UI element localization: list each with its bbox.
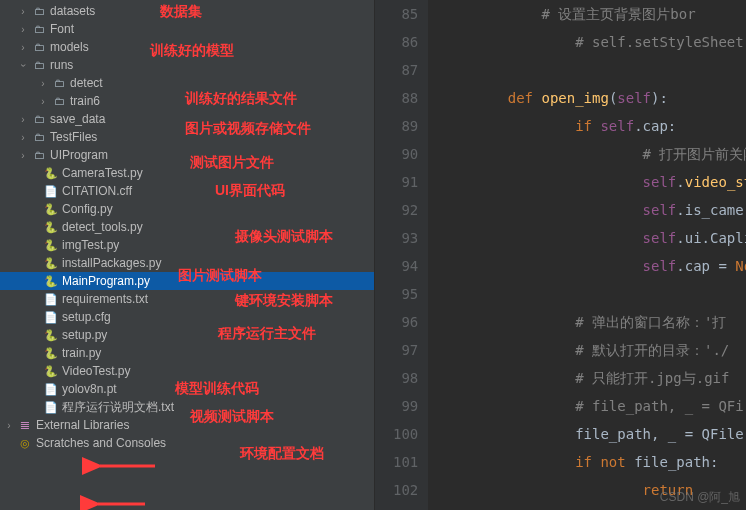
- tree-label: datasets: [50, 4, 95, 18]
- tree-label: detect: [70, 76, 103, 90]
- tree-item-requirements[interactable]: 📄requirements.txt: [0, 290, 374, 308]
- project-tree-panel[interactable]: ›🗀datasets ›🗀Font ›🗀models ›🗀runs ›🗀dete…: [0, 0, 375, 510]
- tree-item-external-libraries[interactable]: ›𝌆External Libraries: [0, 416, 374, 434]
- tree-label: 程序运行说明文档.txt: [62, 399, 174, 416]
- folder-icon: 🗀: [31, 57, 47, 73]
- project-tree: ›🗀datasets ›🗀Font ›🗀models ›🗀runs ›🗀dete…: [0, 0, 374, 454]
- tree-item-setuppy[interactable]: 🐍setup.py: [0, 326, 374, 344]
- python-file-icon: 🐍: [43, 237, 59, 253]
- python-file-icon: 🐍: [43, 219, 59, 235]
- tree-label: train.py: [62, 346, 101, 360]
- tree-item-scratches[interactable]: ◎Scratches and Consoles: [0, 434, 374, 452]
- libraries-icon: 𝌆: [17, 417, 33, 433]
- python-file-icon: 🐍: [43, 345, 59, 361]
- code-editor[interactable]: 85 86 87 88 89 90 91 92 93 94 95 96 97 9…: [375, 0, 746, 510]
- tree-label: imgTest.py: [62, 238, 119, 252]
- tree-item-installpkgs[interactable]: 🐍installPackages.py: [0, 254, 374, 272]
- folder-icon: 🗀: [31, 147, 47, 163]
- config-file-icon: 📄: [43, 309, 59, 325]
- folder-icon: 🗀: [51, 93, 67, 109]
- folder-icon: 🗀: [51, 75, 67, 91]
- tree-item-citation[interactable]: 📄CITATION.cff: [0, 182, 374, 200]
- tree-label: detect_tools.py: [62, 220, 143, 234]
- tree-item-detect[interactable]: ›🗀detect: [0, 74, 374, 92]
- python-file-icon: 🐍: [43, 201, 59, 217]
- folder-icon: 🗀: [31, 3, 47, 19]
- code-area[interactable]: # 设置主页背景图片bor # self.setStyleSheet def o…: [428, 0, 746, 510]
- tree-item-testfiles[interactable]: ›🗀TestFiles: [0, 128, 374, 146]
- file-icon: 📄: [43, 183, 59, 199]
- tree-item-models[interactable]: ›🗀models: [0, 38, 374, 56]
- watermark: CSDN @阿_旭: [660, 489, 740, 506]
- folder-icon: 🗀: [31, 129, 47, 145]
- file-icon: 📄: [43, 381, 59, 397]
- tree-label: save_data: [50, 112, 105, 126]
- tree-item-videotest[interactable]: 🐍VideoTest.py: [0, 362, 374, 380]
- tree-item-cameratest[interactable]: 🐍CameraTest.py: [0, 164, 374, 182]
- python-file-icon: 🐍: [43, 327, 59, 343]
- tree-item-train6[interactable]: ›🗀train6: [0, 92, 374, 110]
- tree-label: train6: [70, 94, 100, 108]
- tree-item-uiprogram[interactable]: ›🗀UIProgram: [0, 146, 374, 164]
- tree-label: runs: [50, 58, 73, 72]
- tree-label: Scratches and Consoles: [36, 436, 166, 450]
- tree-label: UIProgram: [50, 148, 108, 162]
- tree-item-train[interactable]: 🐍train.py: [0, 344, 374, 362]
- tree-item-runs[interactable]: ›🗀runs: [0, 56, 374, 74]
- python-file-icon: 🐍: [43, 273, 59, 289]
- tree-item-readme[interactable]: 📄程序运行说明文档.txt: [0, 398, 374, 416]
- tree-item-detecttools[interactable]: 🐍detect_tools.py: [0, 218, 374, 236]
- tree-label: CITATION.cff: [62, 184, 132, 198]
- folder-icon: 🗀: [31, 111, 47, 127]
- tree-item-mainprogram[interactable]: 🐍MainProgram.py: [0, 272, 374, 290]
- tree-label: VideoTest.py: [62, 364, 131, 378]
- tree-item-datasets[interactable]: ›🗀datasets: [0, 2, 374, 20]
- tree-item-font[interactable]: ›🗀Font: [0, 20, 374, 38]
- tree-label: MainProgram.py: [62, 274, 150, 288]
- tree-label: External Libraries: [36, 418, 129, 432]
- tree-item-config[interactable]: 🐍Config.py: [0, 200, 374, 218]
- python-file-icon: 🐍: [43, 165, 59, 181]
- line-gutter: 85 86 87 88 89 90 91 92 93 94 95 96 97 9…: [375, 0, 428, 510]
- tree-label: Font: [50, 22, 74, 36]
- tree-label: Config.py: [62, 202, 113, 216]
- tree-label: setup.cfg: [62, 310, 111, 324]
- tree-item-imgtest[interactable]: 🐍imgTest.py: [0, 236, 374, 254]
- tree-label: setup.py: [62, 328, 107, 342]
- tree-label: installPackages.py: [62, 256, 161, 270]
- python-file-icon: 🐍: [43, 255, 59, 271]
- text-file-icon: 📄: [43, 291, 59, 307]
- text-file-icon: 📄: [43, 399, 59, 415]
- tree-label: CameraTest.py: [62, 166, 143, 180]
- tree-label: models: [50, 40, 89, 54]
- tree-label: TestFiles: [50, 130, 97, 144]
- tree-label: requirements.txt: [62, 292, 148, 306]
- folder-icon: 🗀: [31, 21, 47, 37]
- tree-label: yolov8n.pt: [62, 382, 117, 396]
- tree-item-setupcfg[interactable]: 📄setup.cfg: [0, 308, 374, 326]
- tree-item-savedata[interactable]: ›🗀save_data: [0, 110, 374, 128]
- scratches-icon: ◎: [17, 435, 33, 451]
- folder-icon: 🗀: [31, 39, 47, 55]
- python-file-icon: 🐍: [43, 363, 59, 379]
- tree-item-yolov8n[interactable]: 📄yolov8n.pt: [0, 380, 374, 398]
